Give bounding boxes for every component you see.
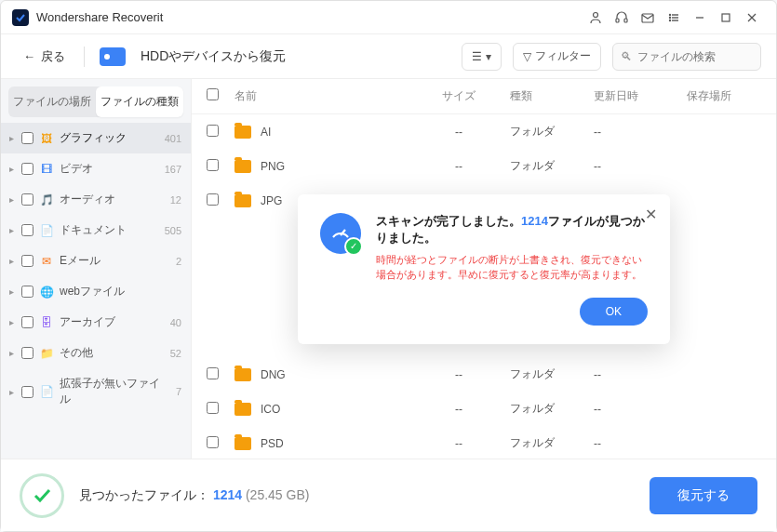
funnel-icon: ▽: [523, 50, 531, 63]
category-checkbox[interactable]: [21, 132, 33, 144]
filter-button[interactable]: ▽ フィルター: [513, 43, 601, 71]
chevron-down-icon: ▾: [486, 50, 491, 63]
category-checkbox[interactable]: [21, 386, 33, 398]
chevron-right-icon: ▸: [7, 286, 16, 297]
category-label: Eメール: [60, 253, 170, 269]
source-label: HDDやデバイスから復元: [141, 48, 286, 65]
category-item[interactable]: ▸🎵オーディオ12: [1, 184, 191, 215]
account-icon[interactable]: [583, 5, 609, 31]
category-count: 401: [165, 133, 181, 144]
dialog-title: スキャンが完了しました。1214ファイルが見つかりました。: [376, 213, 648, 246]
svg-rect-11: [722, 14, 730, 21]
category-icon: 🗄: [39, 315, 54, 330]
category-item[interactable]: ▸✉Eメール2: [1, 246, 191, 276]
chevron-right-icon: ▸: [7, 317, 16, 327]
app-title: Wondershare Recoverit: [36, 10, 163, 24]
category-checkbox[interactable]: [21, 193, 33, 206]
category-label: webファイル: [60, 284, 176, 299]
svg-rect-2: [624, 19, 627, 22]
recover-button[interactable]: 復元する: [650, 477, 757, 514]
scan-complete-icon: [20, 473, 64, 518]
chevron-right-icon: ▸: [7, 256, 16, 266]
category-item[interactable]: ▸📄ドキュメント505: [1, 215, 191, 246]
found-files-label: 見つかったファイル： 1214 (25.45 GB): [79, 487, 309, 504]
dialog-close-button[interactable]: ✕: [645, 206, 657, 223]
category-item[interactable]: ▸📁その他52: [1, 338, 191, 368]
gauge-icon: [320, 213, 361, 254]
svg-point-4: [670, 14, 671, 15]
back-label: 戻る: [41, 48, 65, 65]
category-checkbox[interactable]: [21, 224, 33, 236]
category-checkbox[interactable]: [21, 286, 33, 298]
app-window: Wondershare Recoverit ← 戻る HDDやデバイスから復元 …: [0, 0, 777, 532]
category-label: アーカイブ: [60, 314, 165, 330]
tab-file-location[interactable]: ファイルの場所: [8, 86, 96, 117]
category-label: 拡張子が無いファイル: [60, 376, 170, 407]
scan-complete-dialog: ✕ スキャンが完了しました。1214ファイルが見つかりました。 時間が経つとファ…: [298, 194, 670, 344]
search-box[interactable]: 🔍︎: [612, 43, 761, 71]
support-icon[interactable]: [609, 5, 635, 31]
category-label: グラフィック: [60, 130, 159, 146]
category-icon: 🌐: [39, 285, 54, 299]
footer: 見つかったファイル： 1214 (25.45 GB) 復元する: [1, 459, 776, 531]
toolbar: ← 戻る HDDやデバイスから復元 ☰ ▾ ▽ フィルター 🔍︎: [1, 34, 776, 79]
sidebar: ファイルの場所 ファイルの種類 ▸🖼グラフィック401▸🎞ビデオ167▸🎵オーデ…: [1, 79, 192, 459]
svg-point-6: [670, 17, 671, 18]
category-item[interactable]: ▸🗄アーカイブ40: [1, 307, 191, 338]
category-label: その他: [60, 345, 165, 361]
category-label: ドキュメント: [60, 222, 159, 238]
category-label: ビデオ: [60, 161, 159, 177]
category-count: 505: [165, 225, 181, 236]
svg-point-0: [594, 12, 598, 17]
search-icon: 🔍︎: [621, 50, 632, 63]
category-checkbox[interactable]: [21, 347, 33, 359]
category-count: 7: [176, 386, 181, 397]
arrow-left-icon: ←: [23, 49, 35, 63]
category-icon: 🎞: [39, 162, 54, 177]
category-icon: 📁: [39, 346, 54, 361]
maximize-button[interactable]: [713, 5, 739, 31]
mail-icon[interactable]: [635, 5, 661, 31]
category-icon: ✉: [39, 254, 54, 269]
chevron-right-icon: ▸: [7, 387, 16, 397]
svg-point-8: [670, 20, 671, 20]
close-button[interactable]: [739, 5, 765, 31]
chevron-right-icon: ▸: [7, 225, 16, 235]
category-icon: 📄: [39, 223, 54, 238]
chevron-right-icon: ▸: [7, 133, 16, 143]
list-icon: ☰: [472, 50, 482, 63]
category-count: 40: [170, 317, 181, 328]
category-item[interactable]: ▸🌐webファイル: [1, 276, 191, 307]
minimize-button[interactable]: [687, 5, 713, 31]
app-logo-icon: [12, 9, 29, 26]
category-count: 12: [170, 194, 181, 206]
category-checkbox[interactable]: [21, 255, 33, 267]
category-count: 167: [165, 164, 181, 175]
hdd-icon: [100, 47, 126, 66]
titlebar: Wondershare Recoverit: [1, 1, 776, 34]
dialog-ok-button[interactable]: OK: [580, 298, 648, 326]
sidebar-tabs: ファイルの場所 ファイルの種類: [8, 86, 183, 117]
dialog-message: 時間が経つとファイルの断片が上書きされ、復元できない場合があります。早めに復元す…: [376, 252, 648, 283]
category-checkbox[interactable]: [21, 316, 33, 328]
category-item[interactable]: ▸🖼グラフィック401: [1, 123, 191, 153]
chevron-right-icon: ▸: [7, 164, 16, 174]
back-button[interactable]: ← 戻る: [16, 45, 73, 69]
filter-label: フィルター: [535, 48, 591, 64]
search-input[interactable]: [637, 50, 753, 63]
tab-file-type[interactable]: ファイルの種類: [96, 86, 183, 117]
category-icon: 📄: [39, 384, 54, 399]
menu-icon[interactable]: [661, 5, 687, 31]
chevron-right-icon: ▸: [7, 348, 16, 358]
chevron-right-icon: ▸: [7, 194, 16, 205]
category-icon: 🖼: [39, 131, 54, 146]
category-count: 2: [176, 256, 181, 267]
category-label: オーディオ: [60, 192, 165, 207]
category-checkbox[interactable]: [21, 163, 33, 175]
category-item[interactable]: ▸🎞ビデオ167: [1, 153, 191, 184]
category-list: ▸🖼グラフィック401▸🎞ビデオ167▸🎵オーディオ12▸📄ドキュメント505▸…: [1, 123, 191, 459]
svg-rect-1: [616, 19, 619, 22]
category-count: 52: [170, 348, 181, 359]
category-item[interactable]: ▸📄拡張子が無いファイル7: [1, 368, 191, 415]
view-mode-button[interactable]: ☰ ▾: [462, 43, 502, 71]
